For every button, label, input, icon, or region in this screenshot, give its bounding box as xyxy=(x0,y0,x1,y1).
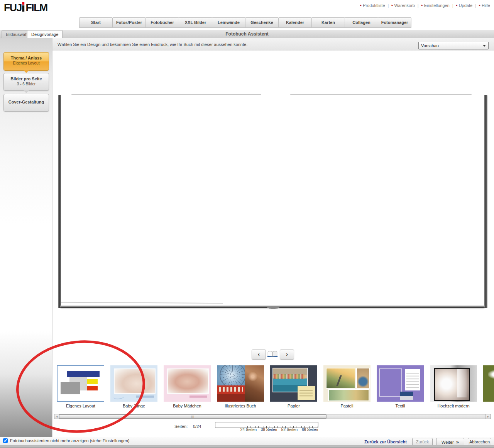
thumbnail-art xyxy=(217,365,264,402)
book-page-edge xyxy=(61,302,223,304)
thumbnail-scrollbar[interactable]: ◂ ||| ▸ xyxy=(54,414,491,419)
thumbnail-papier[interactable]: Papier xyxy=(270,365,317,408)
design-thumbnail-strip: Eigenes Layout Baby Junge Baby Mädchen xyxy=(0,365,494,411)
sidebar-item-bilder-pro-seite[interactable]: Bilder pro Seite 3 - 6 Bilder xyxy=(3,73,49,91)
thumbnail-pastell[interactable]: Pastell xyxy=(323,365,370,408)
book-preview xyxy=(52,51,494,348)
book-page-edge xyxy=(290,94,472,95)
preview-dropdown[interactable]: Vorschau xyxy=(418,42,489,49)
thumbnail-label: Papier xyxy=(270,404,317,408)
thumbnail-art xyxy=(57,365,104,402)
book-right-cover-edge xyxy=(484,95,487,308)
cancel-button[interactable]: Abbrechen xyxy=(468,438,491,446)
pointer-notch xyxy=(24,90,29,93)
double-chevron-icon: » xyxy=(456,439,459,446)
logo-text-left: FUJ xyxy=(4,2,22,14)
book-left-cover-edge xyxy=(58,95,61,308)
thumbnail-label: Hochzeit modern xyxy=(430,404,477,408)
tick-label-66: 66 Seiten xyxy=(302,428,318,432)
thumbnail-label: Eigenes Layout xyxy=(57,404,104,408)
fotobuch-assistent-window: FUJ FILM ▸Produktliste | ▸Warenkorb | ▸E… xyxy=(0,0,494,448)
instruction-text: Wählen Sie ein Design und bekommen Sie e… xyxy=(58,42,247,47)
thumbnail-art xyxy=(164,365,211,402)
page-next-button[interactable]: › xyxy=(280,350,294,360)
link-produktliste[interactable]: ▸Produktliste xyxy=(360,3,385,8)
scroll-right-icon: ▸ xyxy=(487,415,489,418)
book-spine xyxy=(266,307,281,309)
tab-fotos-poster[interactable]: Fotos/Poster xyxy=(112,17,146,28)
header-links: ▸Produktliste | ▸Warenkorb | ▸Einstellun… xyxy=(360,3,490,8)
thumbnail-art xyxy=(270,365,317,402)
next-button[interactable]: Weiter » xyxy=(436,438,464,446)
back-button[interactable]: Zurück xyxy=(412,438,433,446)
scrollbar-thumb[interactable]: ||| xyxy=(59,414,327,419)
pages-label: Seiten: xyxy=(174,424,188,429)
chevron-down-icon xyxy=(483,45,486,47)
thumbnail-art xyxy=(377,365,424,402)
arrow-bullet-icon: ▸ xyxy=(421,4,423,7)
footer-bar: Fotobuchassistenten nicht mehr anzeigen … xyxy=(0,437,494,448)
arrow-bullet-icon: ▸ xyxy=(456,4,458,7)
thumbnail-eigenes-layout[interactable]: Eigenes Layout xyxy=(57,365,104,408)
chevron-left-icon: ‹ xyxy=(258,351,260,357)
book-page-edge xyxy=(71,94,261,95)
link-update[interactable]: ▸Update xyxy=(456,3,473,8)
pages-count: 0/24 xyxy=(193,424,201,429)
tab-leinwaende[interactable]: Leinwände xyxy=(212,17,245,28)
thumbnail-art xyxy=(430,365,477,402)
tab-start[interactable]: Start xyxy=(79,17,113,28)
tab-karten[interactable]: Karten xyxy=(311,17,345,28)
tab-xxl-bilder[interactable]: XXL Bilder xyxy=(179,17,212,28)
thumbnail-art xyxy=(323,365,370,402)
logo-i-glyph xyxy=(22,2,25,12)
link-warenkorb[interactable]: ▸Warenkorb xyxy=(391,3,414,8)
page-title: Fotobuch Assistent xyxy=(0,30,494,38)
thumbnail-label: Textil xyxy=(377,404,424,408)
thumbnail-textil[interactable]: Textil xyxy=(377,365,424,408)
scroll-left-icon: ◂ xyxy=(56,415,58,418)
assistant-sub-tab-bar: Fotobuch Assistent Bildauswahl Designvor… xyxy=(0,30,494,39)
back-to-overview-link[interactable]: Zurück zur Übersicht xyxy=(364,440,407,444)
tick-label-38: 38 Seiten xyxy=(261,428,277,432)
assistant-checkbox[interactable] xyxy=(3,438,8,443)
arrow-bullet-icon: ▸ xyxy=(479,4,480,7)
main-tab-bar: Start Fotos/Poster Fotobücher XXL Bilder… xyxy=(79,17,411,28)
fujifilm-logo: FUJ FILM xyxy=(4,2,47,14)
link-einstellungen[interactable]: ▸Einstellungen xyxy=(421,3,450,8)
thumbnail-label: Illustriertes Buch xyxy=(217,404,264,408)
page-prev-button[interactable]: ‹ xyxy=(252,350,266,360)
tab-geschenke[interactable]: Geschenke xyxy=(245,17,279,28)
tab-fotobuecher[interactable]: Fotobücher xyxy=(145,17,179,28)
arrow-bullet-icon: ▸ xyxy=(391,4,393,7)
thumbnail-hochzeit-modern[interactable]: Hochzeit modern xyxy=(430,365,477,408)
thumbnail-illustriertes-buch[interactable]: Illustriertes Buch xyxy=(217,365,264,408)
thumbnail-label: Baby Junge xyxy=(110,404,157,408)
link-hilfe[interactable]: ▸Hilfe xyxy=(479,3,490,8)
tick-label-52: 52 Seiten xyxy=(281,428,298,432)
grip-icon: ||| xyxy=(191,415,194,418)
assistant-checkbox-label: Fotobuchassistenten nicht mehr anzeigen … xyxy=(10,438,129,443)
thumbnail-art xyxy=(110,365,157,402)
thumbnail-art xyxy=(483,365,494,402)
thumbnail-label: Baby Mädchen xyxy=(164,404,211,408)
sidebar-item-cover-gestaltung[interactable]: Cover-Gestaltung xyxy=(3,94,49,112)
tab-fotomanager[interactable]: Fotomanager xyxy=(378,17,411,28)
thumbnail-label: Pastell xyxy=(323,404,370,408)
tick-label-24: 24 Seiten xyxy=(240,428,257,432)
tab-collagen[interactable]: Collagen xyxy=(345,17,378,28)
chevron-right-icon: › xyxy=(286,351,288,357)
sidebar-item-thema-anlass[interactable]: Thema / Anlass Eigenes Layout xyxy=(3,52,49,71)
assistant-checkbox-row: Fotobuchassistenten nicht mehr anzeigen … xyxy=(3,438,129,443)
thumbnail-baby-junge[interactable]: Baby Junge xyxy=(110,365,157,408)
open-book-icon xyxy=(266,350,279,359)
thumbnail-baby-maedchen[interactable]: Baby Mädchen xyxy=(164,365,211,408)
logo-text-right: FILM xyxy=(25,2,47,14)
window-bottom-edge xyxy=(0,445,494,448)
tab-designvorlage[interactable]: Designvorlage xyxy=(27,30,63,39)
pointer-notch xyxy=(24,70,29,73)
arrow-bullet-icon: ▸ xyxy=(360,4,362,7)
tab-kalender[interactable]: Kalender xyxy=(278,17,312,28)
thumbnail-partial[interactable] xyxy=(483,365,494,402)
scroll-right-button[interactable]: ▸ xyxy=(486,414,491,419)
